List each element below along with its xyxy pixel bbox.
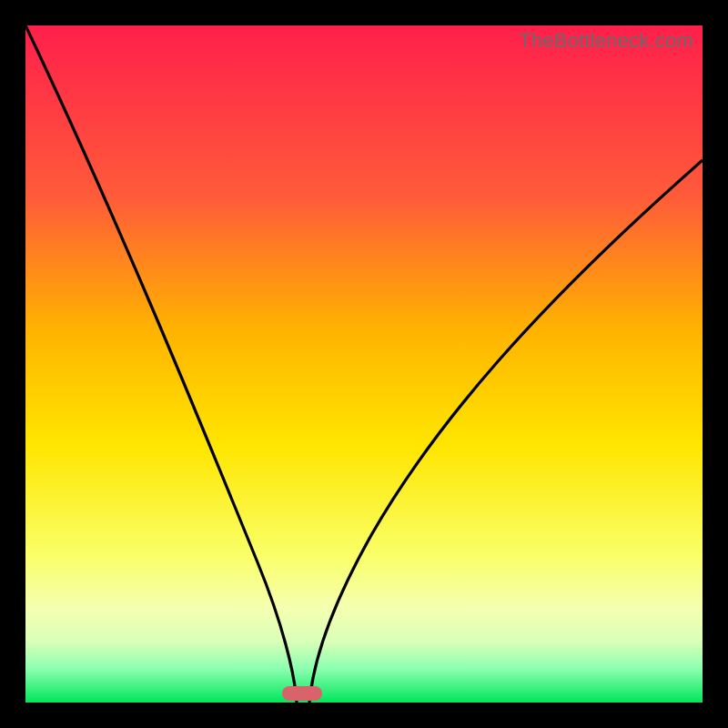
bottleneck-curve (25, 25, 703, 703)
minimum-marker (282, 686, 322, 701)
curve-right-branch (309, 160, 703, 703)
curve-left-branch (25, 25, 297, 703)
outer-frame: TheBottleneck.com (0, 0, 728, 728)
plot-area: TheBottleneck.com (25, 25, 703, 703)
